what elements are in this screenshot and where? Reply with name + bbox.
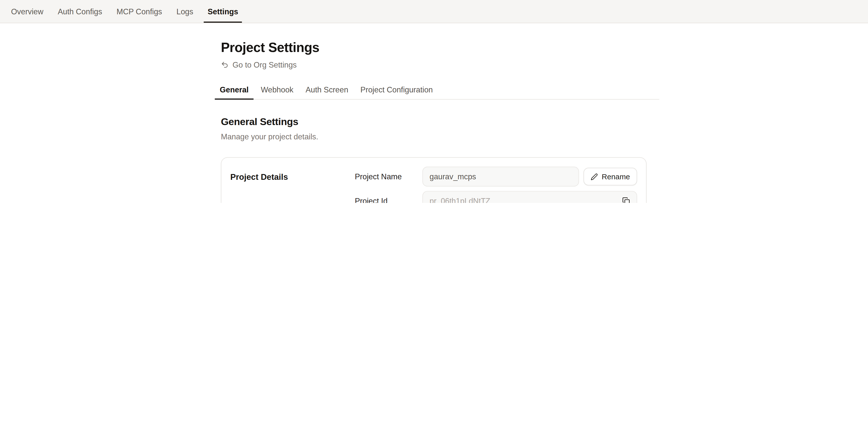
nav-item-auth-configs[interactable]: Auth Configs (54, 0, 106, 23)
org-settings-link-label: Go to Org Settings (232, 59, 297, 70)
tab-general[interactable]: General (215, 85, 254, 99)
project-id-input[interactable] (423, 191, 637, 203)
nav-item-mcp-configs[interactable]: MCP Configs (113, 0, 166, 23)
tab-project-configuration[interactable]: Project Configuration (355, 85, 438, 99)
general-settings-subheading: Manage your project details. (221, 132, 647, 141)
settings-tabs: General Webhook Auth Screen Project Conf… (215, 85, 659, 99)
project-id-row: Project Id (355, 191, 637, 203)
page-title: Project Settings (221, 39, 647, 56)
rename-button[interactable]: Rename (583, 168, 637, 186)
project-details-title: Project Details (230, 166, 355, 203)
tab-webhook[interactable]: Webhook (256, 85, 299, 99)
project-name-row: Project Name Rename (355, 166, 637, 186)
app-window: Overview Auth Configs MCP Configs Logs S… (0, 0, 868, 203)
nav-item-settings[interactable]: Settings (204, 0, 242, 23)
general-settings-heading: General Settings (221, 116, 647, 129)
project-details-card: Project Details Project Name Rename Proj… (221, 157, 647, 203)
nav-item-overview[interactable]: Overview (7, 0, 47, 23)
undo-arrow-icon (221, 61, 228, 69)
top-nav: Overview Auth Configs MCP Configs Logs S… (0, 0, 868, 23)
rename-button-label: Rename (602, 172, 630, 181)
pencil-icon (591, 173, 598, 180)
tab-auth-screen[interactable]: Auth Screen (301, 85, 353, 99)
main-content: Project Settings Go to Org Settings Gene… (221, 39, 647, 203)
copy-project-id-button[interactable] (620, 195, 632, 203)
go-to-org-settings-link[interactable]: Go to Org Settings (221, 59, 297, 70)
project-name-label: Project Name (355, 172, 423, 181)
copy-icon (622, 197, 630, 203)
nav-item-logs[interactable]: Logs (173, 0, 197, 23)
project-name-input[interactable] (423, 166, 579, 186)
project-id-label: Project Id (355, 196, 423, 203)
